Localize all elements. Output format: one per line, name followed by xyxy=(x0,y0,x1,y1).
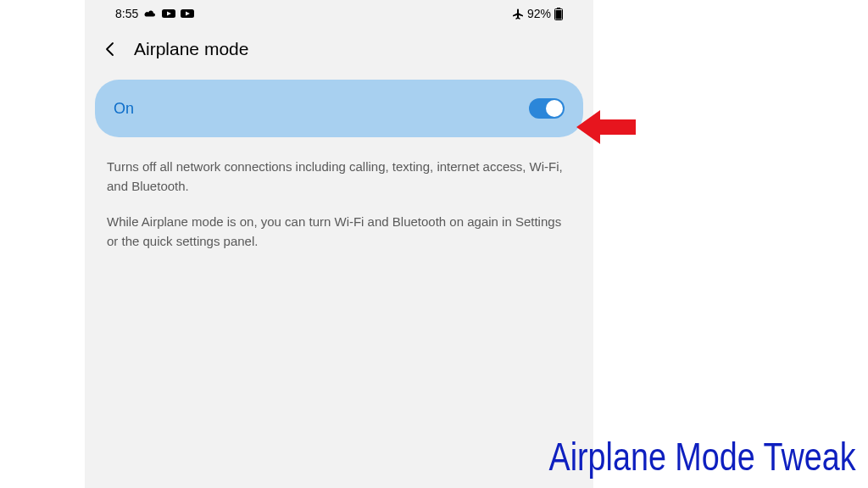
airplane-icon xyxy=(512,8,524,19)
battery-percentage: 92% xyxy=(527,7,551,20)
status-bar-right: 92% xyxy=(512,7,563,20)
toggle-thumb xyxy=(546,100,563,117)
arrow-annotation xyxy=(576,108,636,149)
description-text: Turns off all network connections includ… xyxy=(85,137,593,288)
svg-rect-4 xyxy=(556,10,562,19)
youtube-icon xyxy=(181,8,194,19)
page-header: Airplane mode xyxy=(85,24,593,75)
phone-screen: 8:55 92% Airplane mo xyxy=(85,0,593,488)
description-para-1: Turns off all network connections includ… xyxy=(107,158,571,196)
toggle-label: On xyxy=(114,100,134,118)
toggle-switch[interactable] xyxy=(529,98,565,119)
back-button[interactable] xyxy=(100,39,120,59)
annotation-caption: Airplane Mode Tweak xyxy=(549,434,856,480)
chevron-left-icon xyxy=(102,41,119,58)
red-arrow-icon xyxy=(576,108,636,146)
page-title: Airplane mode xyxy=(134,39,248,59)
airplane-mode-toggle-card[interactable]: On xyxy=(95,80,583,137)
status-bar: 8:55 92% xyxy=(85,0,593,24)
youtube-icon xyxy=(162,8,175,19)
cloud-icon xyxy=(143,8,157,19)
description-para-2: While Airplane mode is on, you can turn … xyxy=(107,213,571,251)
status-time: 8:55 xyxy=(115,7,138,20)
status-bar-left: 8:55 xyxy=(115,7,194,20)
battery-icon xyxy=(554,8,563,20)
